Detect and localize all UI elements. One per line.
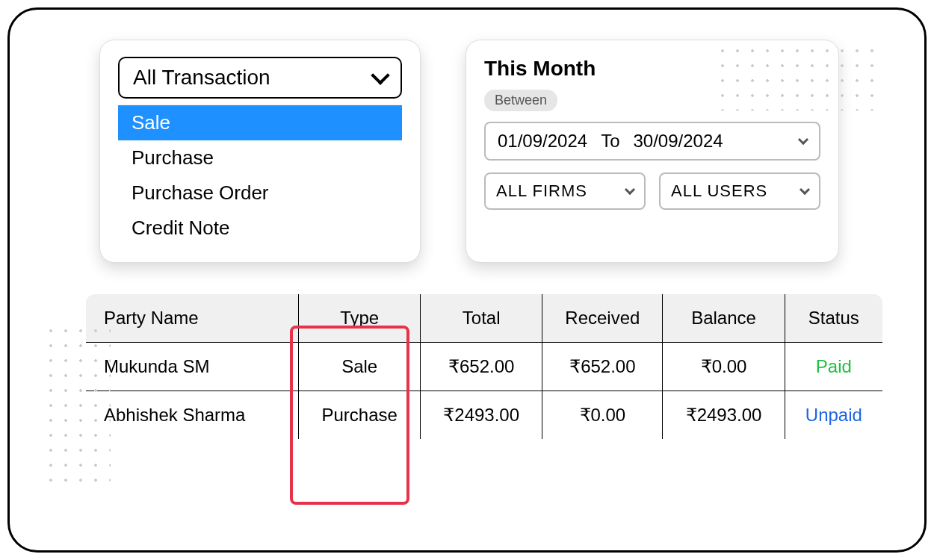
firms-select[interactable]: ALL FIRMS <box>484 172 646 210</box>
date-range-select[interactable]: 01/09/2024 To 30/09/2024 <box>484 122 820 161</box>
col-type: Type <box>299 293 421 343</box>
date-to-word: To <box>601 131 619 152</box>
transaction-filter-card: All Transaction Sale Purchase Purchase O… <box>99 40 421 263</box>
date-filter-card: This Month Between 01/09/2024 To 30/09/2… <box>466 40 839 263</box>
col-received: Received <box>542 293 663 343</box>
transaction-option-credit-note[interactable]: Credit Note <box>118 211 402 246</box>
transaction-type-selected: All Transaction <box>133 66 270 90</box>
cell-status: Paid <box>785 343 883 391</box>
cell-balance: ₹0.00 <box>663 343 785 391</box>
cell-party: Abhishek Sharma <box>85 391 299 441</box>
firms-label: ALL FIRMS <box>496 181 587 201</box>
col-balance: Balance <box>663 293 785 343</box>
table-body: Mukunda SMSale₹652.00₹652.00₹0.00PaidAbh… <box>85 343 883 441</box>
transaction-type-select[interactable]: All Transaction <box>118 57 402 99</box>
cell-type: Sale <box>299 343 421 391</box>
cell-received: ₹652.00 <box>542 343 663 391</box>
transaction-option-purchase-order[interactable]: Purchase Order <box>118 175 402 211</box>
transactions-table-wrap: Party Name Type Total Received Balance S… <box>84 293 887 441</box>
date-from: 01/09/2024 <box>498 131 587 152</box>
col-status: Status <box>785 293 883 343</box>
transaction-type-dropdown: Sale Purchase Purchase Order Credit Note <box>118 105 402 246</box>
chevron-down-icon <box>798 134 808 145</box>
table-row[interactable]: Abhishek SharmaPurchase₹2493.00₹0.00₹249… <box>85 391 883 441</box>
chevron-down-icon <box>371 66 389 84</box>
users-select[interactable]: ALL USERS <box>659 172 820 210</box>
cell-type: Purchase <box>299 391 421 441</box>
cell-balance: ₹2493.00 <box>663 391 785 441</box>
cell-status: Unpaid <box>785 391 883 441</box>
between-badge: Between <box>484 90 557 111</box>
cell-received: ₹0.00 <box>542 391 663 441</box>
transactions-table: Party Name Type Total Received Balance S… <box>84 293 884 441</box>
table-row[interactable]: Mukunda SMSale₹652.00₹652.00₹0.00Paid <box>85 343 883 391</box>
cell-total: ₹2493.00 <box>421 391 542 441</box>
table-header-row: Party Name Type Total Received Balance S… <box>85 293 883 343</box>
col-total: Total <box>421 293 542 343</box>
transaction-option-purchase[interactable]: Purchase <box>118 140 402 175</box>
users-label: ALL USERS <box>671 181 767 201</box>
col-party: Party Name <box>85 293 299 343</box>
cell-total: ₹652.00 <box>421 343 542 391</box>
transaction-option-sale[interactable]: Sale <box>118 105 402 140</box>
chevron-down-icon <box>625 184 635 195</box>
chevron-down-icon <box>800 184 810 195</box>
cell-party: Mukunda SM <box>85 343 299 391</box>
date-filter-title: This Month <box>484 57 820 81</box>
app-frame: All Transaction Sale Purchase Purchase O… <box>7 7 927 553</box>
date-to: 30/09/2024 <box>633 131 723 152</box>
